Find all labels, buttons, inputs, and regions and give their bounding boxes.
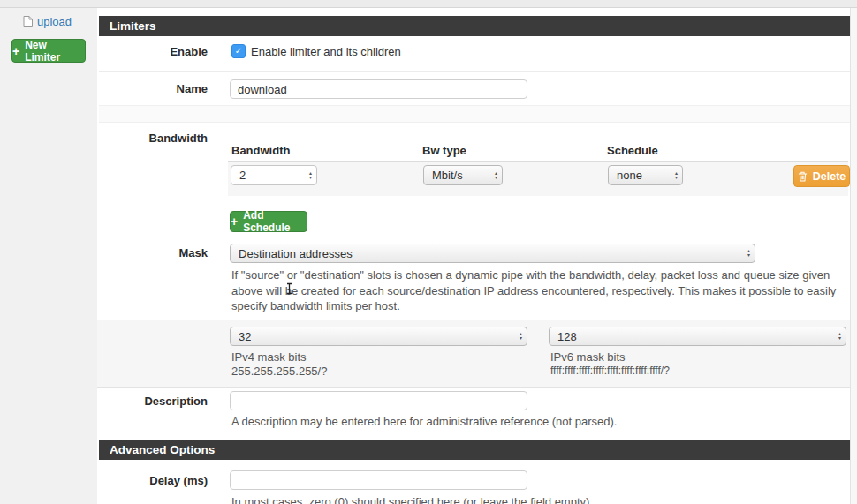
- mask-help-text: If "source" or "destination" slots is ch…: [231, 267, 847, 314]
- delay-input[interactable]: [230, 470, 527, 490]
- schedule-select[interactable]: none ▴ ▾: [608, 165, 683, 185]
- ipv4-mask-value: 32: [239, 330, 251, 343]
- description-help-text: A description may be entered here for ad…: [231, 414, 617, 430]
- mask-select[interactable]: Destination addresses ▴ ▾: [230, 244, 755, 263]
- bw-type-select[interactable]: Mbit/s ▴ ▾: [423, 165, 503, 185]
- ipv4-mask-help-2: 255.255.255.255/?: [231, 364, 327, 380]
- enable-checkbox-label: Enable limiter and its children: [251, 45, 401, 58]
- select-arrows-icon: ▴ ▾: [675, 171, 678, 180]
- arrow-down-icon: ▾: [520, 336, 522, 341]
- description-input[interactable]: [230, 391, 527, 410]
- mask-label: Mask: [99, 246, 208, 260]
- delete-label: Delete: [813, 170, 846, 183]
- ipv6-mask-help-2: ffff:ffff:ffff:ffff:ffff:ffff:ffff:ffff/…: [550, 364, 670, 380]
- trash-icon: [798, 171, 808, 182]
- select-arrows-icon: ▴ ▾: [838, 332, 841, 341]
- new-limiter-label: New Limiter: [25, 39, 85, 64]
- delay-help-text: In most cases, zero (0) should specified…: [231, 494, 593, 504]
- bandwidth-number-input[interactable]: 2 ▴ ▾: [231, 165, 317, 185]
- scrollbar[interactable]: [850, 8, 857, 504]
- ipv6-mask-select[interactable]: 128 ▴ ▾: [549, 327, 846, 346]
- arrow-down-icon: ▾: [747, 253, 750, 258]
- limiters-panel-header: Limiters: [99, 16, 850, 36]
- bandwidth-value: 2: [239, 169, 246, 182]
- add-schedule-label: Add Schedule: [243, 209, 307, 234]
- panel-title: Limiters: [110, 19, 156, 33]
- name-input[interactable]: [230, 79, 527, 99]
- bandwidth-section-label: Bandwidth: [99, 132, 208, 145]
- col-header-schedule: Schedule: [607, 144, 658, 157]
- number-stepper-icon[interactable]: ▴ ▾: [309, 171, 312, 180]
- advanced-options-header: Advanced Options: [99, 440, 850, 460]
- name-label: Name: [99, 82, 208, 95]
- enable-checkbox[interactable]: ✓: [231, 44, 246, 58]
- plus-icon: +: [231, 217, 238, 226]
- select-arrows-icon: ▴ ▾: [495, 171, 497, 180]
- select-arrows-icon: ▴ ▾: [520, 332, 522, 341]
- arrow-down-icon: ▾: [838, 336, 841, 341]
- empty-form-row: [99, 105, 850, 123]
- top-bar-remnant: [0, 0, 857, 8]
- ipv4-mask-select[interactable]: 32 ▴ ▾: [230, 327, 527, 346]
- file-icon: [23, 16, 33, 27]
- upload-link[interactable]: upload: [37, 15, 72, 28]
- ipv6-mask-help-1: IPv6 mask bits: [550, 350, 626, 365]
- advanced-options-title: Advanced Options: [110, 443, 215, 456]
- text-cursor: [285, 282, 293, 298]
- schedule-value: none: [617, 169, 642, 182]
- plus-icon: +: [12, 47, 19, 56]
- col-header-bw-type: Bw type: [422, 144, 466, 157]
- ipv6-mask-value: 128: [557, 330, 577, 343]
- new-limiter-button[interactable]: + New Limiter: [11, 39, 86, 63]
- description-label: Description: [99, 395, 208, 408]
- select-arrows-icon: ▴ ▾: [747, 249, 750, 258]
- checkmark-icon: ✓: [235, 47, 242, 56]
- mask-value: Destination addresses: [239, 247, 353, 260]
- limiter-edit-page: upload + New Limiter Limiters Enable ✓ E…: [0, 0, 857, 504]
- col-header-bandwidth: Bandwidth: [231, 144, 290, 157]
- arrow-down-icon: ▾: [495, 176, 497, 180]
- bw-type-value: Mbit/s: [432, 169, 463, 182]
- sidebar: [0, 8, 97, 504]
- enable-label: Enable: [99, 45, 208, 58]
- add-schedule-button[interactable]: + Add Schedule: [230, 211, 307, 232]
- delete-button[interactable]: Delete: [793, 165, 850, 187]
- row-divider: [99, 71, 850, 72]
- arrow-down-icon: ▾: [675, 176, 678, 180]
- delay-label: Delay (ms): [99, 474, 208, 487]
- ipv4-mask-help-1: IPv4 mask bits: [231, 350, 307, 365]
- sidebar-item-upload[interactable]: upload: [23, 15, 72, 28]
- stepper-down-icon[interactable]: ▾: [309, 176, 312, 180]
- row-divider: [99, 237, 850, 237]
- bandwidth-table-row: [228, 162, 848, 196]
